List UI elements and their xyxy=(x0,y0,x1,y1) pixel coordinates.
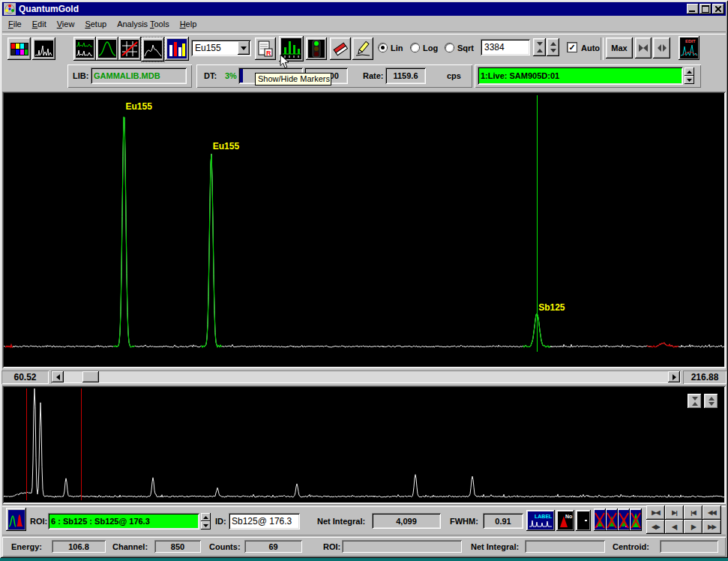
nuclide-dropdown[interactable]: Eu155 xyxy=(191,40,251,56)
menu-edit[interactable]: Edit xyxy=(27,18,52,30)
no-label-icon: No xyxy=(558,512,573,530)
delete-roi-icon xyxy=(619,510,629,530)
lin-radio[interactable] xyxy=(379,44,387,52)
overview-spectrum-plot[interactable] xyxy=(2,386,726,504)
roi-spin-down-button[interactable] xyxy=(201,521,211,530)
delete-roi-button[interactable] xyxy=(606,508,618,531)
arrows-inward-icon xyxy=(638,44,649,52)
id-input[interactable]: Sb125@ 176.3 xyxy=(229,513,300,530)
counts-field: 69 xyxy=(244,540,302,553)
zoom-out-x-button[interactable] xyxy=(653,38,670,58)
label-peaks-button[interactable]: LABEL xyxy=(526,510,555,531)
scale-fit-button[interactable] xyxy=(533,38,546,56)
arrow-down-icon xyxy=(687,79,692,82)
status-bar: Energy: 106.8 Channel: 850 Counts: 69 RO… xyxy=(2,537,726,556)
rate-field: 1159.6 xyxy=(385,68,426,84)
vertical-scale-value: 3384 xyxy=(481,42,505,52)
edit-spectrum-button[interactable]: EDIT xyxy=(679,36,700,60)
tooltip-text: Show/Hide Markers xyxy=(258,74,330,83)
library-value: GAMMALIB.MDB xyxy=(91,71,187,80)
energy-scrollbar[interactable] xyxy=(51,370,681,383)
roi-navigation-buttons: ▶◀▶||◀◀◀◀▶◀||▶▶▶ xyxy=(646,506,721,534)
report-icon: R xyxy=(258,40,273,57)
nav-expand-button[interactable]: ◀▶ xyxy=(646,520,665,534)
arrow-left-icon xyxy=(56,374,60,380)
auto-scale-checkbox[interactable] xyxy=(568,43,577,52)
clear-display-button[interactable] xyxy=(576,510,591,531)
peak-label: Sb125 xyxy=(538,302,565,313)
svg-text:EDIT: EDIT xyxy=(685,39,696,44)
nav-step-left-button[interactable]: ◀| xyxy=(665,520,684,534)
color-palette-button[interactable] xyxy=(7,38,31,60)
roi-view-button[interactable] xyxy=(6,508,26,531)
nav-home-button[interactable]: |◀ xyxy=(684,506,703,520)
scroll-right-button[interactable] xyxy=(668,371,680,382)
deadtime-progress-fill xyxy=(240,69,243,82)
counts-label: Counts: xyxy=(209,542,241,551)
auto-label: Auto xyxy=(581,44,600,52)
delete-roi-icon xyxy=(595,510,605,530)
smooth-spectrum-button[interactable] xyxy=(141,37,165,62)
nav-forward-button[interactable]: ▶▶ xyxy=(703,520,721,534)
scale-spin-button[interactable] xyxy=(547,38,559,56)
spectrum-view-button[interactable] xyxy=(32,38,55,60)
max-button[interactable]: Max xyxy=(606,38,633,58)
library-field: GAMMALIB.MDB xyxy=(91,68,187,84)
delete-roi-button[interactable] xyxy=(594,508,606,531)
vertical-scale-input[interactable]: 3384 xyxy=(481,39,530,56)
close-button[interactable] xyxy=(712,4,724,14)
deadtime-value: 3% xyxy=(225,71,237,80)
dropdown-arrow-button[interactable] xyxy=(238,41,250,55)
peak-fit-button[interactable] xyxy=(96,37,118,61)
zoom-in-x-button[interactable] xyxy=(635,38,652,58)
arrow-down-icon xyxy=(203,524,208,527)
calibration-button[interactable] xyxy=(118,37,141,61)
sqrt-label: Sqrt xyxy=(457,44,474,52)
sample-spin-up-button[interactable] xyxy=(685,68,694,76)
overlay-spectra-button[interactable] xyxy=(73,37,96,61)
compare-spectra-button[interactable] xyxy=(165,37,189,61)
erase-button[interactable] xyxy=(330,38,351,60)
lin-label: Lin xyxy=(391,44,403,52)
hide-labels-button[interactable]: No xyxy=(556,510,574,531)
counts-value: 69 xyxy=(268,542,277,551)
nav-rewind-button[interactable]: ◀◀ xyxy=(703,506,721,520)
delete-roi-button[interactable] xyxy=(618,508,630,531)
nav-step-right-button[interactable]: |▶ xyxy=(684,520,703,534)
nav-collapse-button[interactable]: ▶◀ xyxy=(646,506,665,520)
annotate-button[interactable] xyxy=(352,38,373,60)
main-spectrum-plot[interactable]: Eu155Eu155Sb125 xyxy=(2,92,726,368)
arrow-right-icon xyxy=(673,374,676,380)
blank-display-icon xyxy=(577,512,589,530)
menu-analysis-tools[interactable]: Analysis Tools xyxy=(112,18,175,30)
title-bar: QuantumGold xyxy=(2,2,726,16)
menu-help[interactable]: Help xyxy=(175,18,202,30)
peak-label: Eu155 xyxy=(213,141,239,152)
peak-label: Eu155 xyxy=(125,101,151,112)
maximize-button[interactable] xyxy=(700,4,712,14)
log-radio[interactable] xyxy=(411,44,419,52)
report-button[interactable]: R xyxy=(255,38,276,60)
preview-expand-button[interactable] xyxy=(704,394,718,409)
centroid-field xyxy=(660,540,718,553)
scroll-left-button[interactable] xyxy=(52,371,64,382)
menu-view[interactable]: View xyxy=(52,18,80,30)
menu-file[interactable]: File xyxy=(3,18,27,30)
smooth-spectrum-icon xyxy=(144,40,162,58)
expand-vertical-icon xyxy=(708,396,715,406)
energy-label: Energy: xyxy=(11,542,42,551)
sample-spin-down-button[interactable] xyxy=(685,76,694,84)
preview-collapse-button[interactable] xyxy=(688,394,702,409)
grid-calibration-icon xyxy=(121,40,139,58)
minimize-button[interactable] xyxy=(687,4,699,14)
delete-roi-button[interactable] xyxy=(630,508,642,531)
menu-setup[interactable]: Setup xyxy=(79,18,112,30)
acquire-start-stop-button[interactable] xyxy=(306,38,327,60)
nav-end-button[interactable]: ▶| xyxy=(665,506,684,520)
scrollbar-thumb[interactable] xyxy=(82,371,99,382)
main-spectrum-trace xyxy=(4,93,724,367)
sqrt-radio[interactable] xyxy=(445,44,454,52)
rate-unit-label: cps xyxy=(447,71,461,80)
roi-spin-up-button[interactable] xyxy=(201,513,211,521)
sample-value: 1:Live: SAM905D:01 xyxy=(478,71,683,80)
